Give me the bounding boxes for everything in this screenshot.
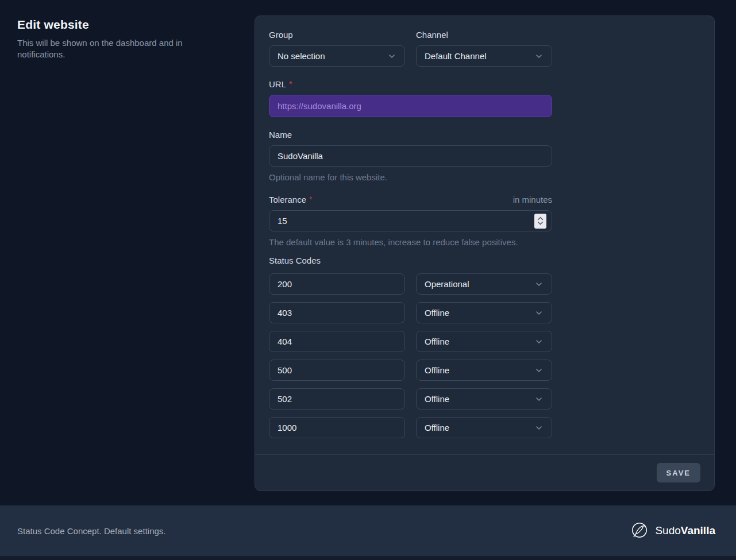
- status-code-input[interactable]: [269, 417, 405, 438]
- status-code-row: Offline: [269, 388, 552, 410]
- status-code-row: Offline: [269, 331, 552, 352]
- footer-text: Status Code Concept. Default settings.: [17, 526, 165, 536]
- status-select-value: Offline: [425, 365, 449, 375]
- group-select-value: No selection: [278, 51, 325, 61]
- edit-website-card: Group No selection Channel Default Chann…: [255, 16, 715, 491]
- channel-select-value: Default Channel: [425, 51, 487, 61]
- page-description: This will be shown on the dashboard and …: [17, 37, 195, 61]
- page-footer: Status Code Concept. Default settings. S…: [0, 505, 736, 556]
- number-spinner[interactable]: [534, 214, 546, 229]
- status-select[interactable]: Offline: [416, 417, 552, 438]
- chevron-down-icon: [534, 366, 544, 375]
- tolerance-label: Tolerance: [269, 195, 306, 204]
- chevron-down-icon: [534, 52, 544, 61]
- chevron-down-icon: [534, 308, 544, 318]
- status-code-input[interactable]: [269, 360, 405, 381]
- name-helper-text: Optional name for this website.: [269, 172, 552, 182]
- name-field: Name Optional name for this website.: [269, 130, 552, 182]
- status-code-input[interactable]: [269, 302, 405, 323]
- card-footer: SAVE: [255, 454, 714, 491]
- status-select-value: Offline: [425, 423, 449, 432]
- chevron-down-icon: [534, 337, 544, 346]
- status-select-value: Offline: [425, 394, 449, 404]
- channel-select[interactable]: Default Channel: [416, 45, 552, 67]
- chevron-up-icon: [537, 217, 544, 221]
- chevron-down-icon: [537, 221, 544, 225]
- page-title: Edit website: [17, 18, 201, 32]
- required-asterisk: *: [289, 79, 292, 89]
- brand: SudoVanilla: [630, 521, 715, 540]
- channel-field: Channel Default Channel: [416, 30, 552, 67]
- chevron-down-icon: [534, 395, 544, 404]
- status-codes-section: Status Codes Operational Offline Offline…: [269, 256, 552, 438]
- chevron-down-icon: [387, 52, 396, 61]
- group-select[interactable]: No selection: [269, 45, 405, 67]
- status-code-row: Offline: [269, 417, 552, 438]
- status-code-row: Operational: [269, 273, 552, 295]
- name-input[interactable]: [269, 145, 552, 167]
- status-select[interactable]: Offline: [416, 388, 552, 410]
- name-label: Name: [269, 130, 292, 140]
- status-select-value: Offline: [425, 337, 449, 346]
- status-code-input[interactable]: [269, 331, 405, 352]
- url-field: URL *: [269, 79, 552, 117]
- status-select-value: Operational: [425, 279, 469, 289]
- url-label: URL: [269, 79, 286, 89]
- tolerance-helper-text: The default value is 3 minutes, increase…: [269, 237, 552, 247]
- status-select[interactable]: Offline: [416, 302, 552, 323]
- status-code-row: Offline: [269, 360, 552, 381]
- group-field: Group No selection: [269, 30, 405, 67]
- chevron-down-icon: [534, 280, 544, 289]
- status-select[interactable]: Offline: [416, 360, 552, 381]
- tolerance-field: Tolerance * in minutes The default value…: [269, 195, 552, 247]
- group-channel-row: Group No selection Channel Default Chann…: [269, 30, 552, 67]
- status-select[interactable]: Offline: [416, 331, 552, 352]
- channel-label: Channel: [416, 30, 448, 40]
- save-button[interactable]: SAVE: [657, 463, 700, 482]
- chevron-down-icon: [534, 423, 544, 432]
- brand-name: SudoVanilla: [655, 524, 715, 537]
- group-label: Group: [269, 30, 293, 40]
- tolerance-input[interactable]: [269, 210, 552, 231]
- required-asterisk: *: [309, 195, 312, 204]
- status-codes-label: Status Codes: [269, 256, 321, 265]
- tolerance-unit-hint: in minutes: [513, 195, 552, 204]
- status-code-row: Offline: [269, 302, 552, 323]
- status-select[interactable]: Operational: [416, 273, 552, 295]
- status-code-input[interactable]: [269, 388, 405, 410]
- status-codes-list: Operational Offline Offline Offline Offl…: [269, 273, 552, 438]
- page-header: Edit website This will be shown on the d…: [17, 18, 201, 61]
- status-select-value: Offline: [425, 308, 449, 318]
- url-input[interactable]: [269, 95, 552, 117]
- status-code-input[interactable]: [269, 273, 405, 295]
- sudovanilla-logo-icon: [630, 521, 649, 540]
- bottom-strip: [0, 556, 736, 560]
